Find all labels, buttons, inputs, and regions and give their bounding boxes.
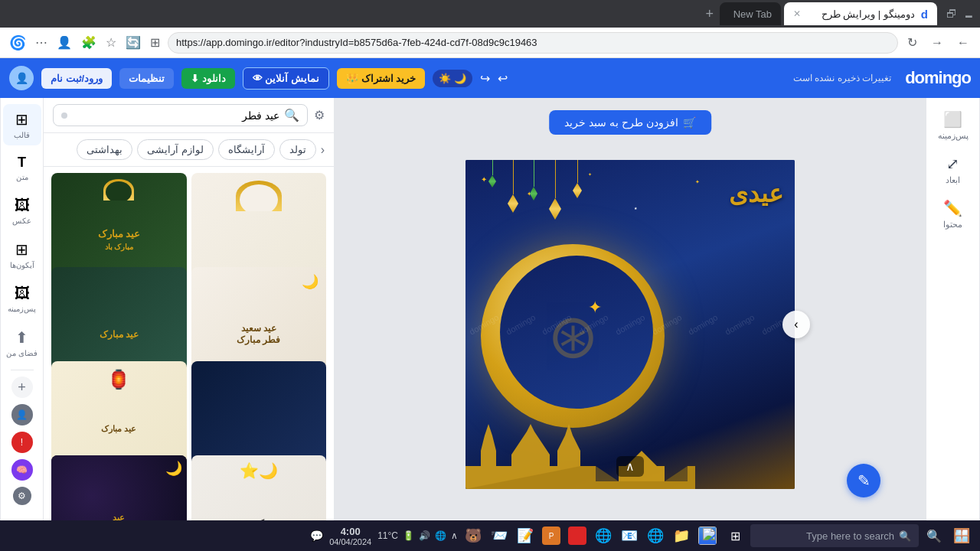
redo-icon[interactable]: ↪ — [480, 71, 490, 86]
app-container: domingo تغییرات ذخیره نشده است ↩ ↪ 🌙 ☀️ … — [0, 58, 980, 551]
edge-icon: 🌀 — [6, 31, 29, 54]
tab-close-button[interactable]: ✕ — [793, 8, 801, 19]
background-right-icon: 🖼 — [15, 285, 30, 302]
sidebar-tool-background[interactable]: 🖼 پس‌زمینه — [3, 279, 41, 319]
star-icon[interactable]: ☆ — [103, 32, 119, 53]
expand-canvas-button[interactable]: ∧ — [616, 456, 644, 477]
content-icon: ✏️ — [943, 199, 962, 217]
next-template-button[interactable]: › — [782, 311, 810, 338]
active-tab[interactable]: d دومینگو | ویرایش طرح ✕ — [784, 2, 937, 25]
taskbar-file-explorer[interactable]: 📁 — [669, 523, 694, 548]
subscribe-button[interactable]: خرید اشتراک 👑 — [337, 68, 425, 89]
app-header: domingo تغییرات ذخیره نشده است ↩ ↪ 🌙 ☀️ … — [0, 58, 980, 98]
sidebar-tool-icons[interactable]: ⊞ آیکون‌ها — [3, 234, 41, 276]
sidebar-tool-template[interactable]: ⊞ قالب — [3, 104, 41, 145]
taskbar-clock[interactable]: 4:00 04/04/2024 — [329, 526, 371, 546]
settings-button[interactable]: تنظیمات — [119, 68, 174, 89]
maximize-icon[interactable]: 🗗 — [946, 8, 957, 20]
category-salon[interactable]: آرایشگاه — [218, 139, 275, 160]
sidebar-tool-image[interactable]: 🖼 عکس — [3, 191, 41, 231]
taskbar-search-text: Type here to search — [806, 530, 894, 542]
background-right-label: پس‌زمینه — [8, 305, 36, 313]
volume-icon[interactable]: 🔊 — [419, 530, 430, 541]
category-health[interactable]: بهداشتی — [77, 139, 132, 160]
profile-icon[interactable]: 👤 — [54, 32, 75, 53]
right-settings-icon[interactable]: ⚙ — [13, 487, 31, 505]
right-user-icon[interactable]: 👤 — [11, 404, 33, 425]
background-icon: ⬜ — [943, 110, 962, 129]
templates-panel: ⚙ 🔍 ‹ تولد آرایشگاه لوازم آرایشی بهداشتی — [43, 98, 334, 551]
canvas-design: ✦ ✦ ✦ ★ ✦ — [466, 160, 795, 489]
new-tab-button[interactable]: + — [702, 3, 717, 25]
taskbar-mail[interactable]: 📧 — [617, 523, 642, 548]
template-label: قالب — [14, 131, 30, 139]
preview-button[interactable]: نمایش آنلاین 👁 — [243, 67, 329, 90]
arrow-up-icon[interactable]: ∧ — [451, 530, 458, 541]
sidebar-tool-myspace[interactable]: ⬆ فضای من — [3, 322, 41, 364]
search-icon: 🔍 — [284, 108, 299, 122]
tool-content[interactable]: ✏️ محتوا — [930, 193, 976, 236]
categories-back-button[interactable]: ‹ — [321, 143, 325, 157]
back-button[interactable]: ← — [952, 33, 974, 53]
minimize-icon[interactable]: 🗕 — [963, 8, 974, 20]
star-5: ✦ — [695, 179, 700, 185]
filter-icon[interactable]: ⚙ — [314, 108, 325, 122]
dark-mode-toggle[interactable]: 🌙 ☀️ — [433, 70, 472, 87]
network-icon[interactable]: 🌐 — [435, 530, 446, 541]
address-bar-row: ← → ↻ ⊞ 🔄 ☆ 🧩 👤 ⋯ 🌀 — [0, 28, 980, 58]
windows-start-button[interactable]: 🪟 — [949, 523, 974, 548]
taskbar: 🪟 🔍 🔍 Type here to search ⊞ 📁 🌐 📧 🌐 P 📝 … — [0, 520, 980, 551]
notification-badge[interactable]: ! — [11, 432, 33, 453]
mosque-silhouette — [466, 420, 795, 489]
user-avatar[interactable]: 👤 — [9, 66, 34, 90]
tab-label: دومینگو | ویرایش طرح — [822, 8, 915, 20]
download-button[interactable]: دانلود ⬇ — [181, 68, 235, 89]
taskbar-person-icon[interactable] — [695, 523, 720, 548]
category-birthday[interactable]: تولد — [279, 139, 316, 160]
undo-icon[interactable]: ↩ — [498, 71, 508, 86]
taskbar-red-app[interactable] — [565, 523, 590, 548]
refresh-icon-2[interactable]: 🔄 — [122, 32, 144, 53]
text-label: متن — [16, 173, 28, 181]
taskbar-chrome[interactable]: 🌐 — [591, 523, 616, 548]
login-button[interactable]: ورود/ثبت نام — [41, 68, 112, 89]
taskbar-telegram[interactable]: 📨 — [487, 523, 511, 548]
left-toolbar: ⬜ پس‌زمینه ⤢ ابعاد ✏️ محتوا — [926, 98, 980, 551]
battery-icon[interactable]: 🔋 — [403, 530, 414, 541]
image-icon: 🖼 — [15, 197, 30, 214]
taskbar-word[interactable]: 📝 — [513, 523, 537, 548]
tool-dimensions[interactable]: ⤢ ابعاد — [930, 148, 976, 191]
grid-icon[interactable]: ⊞ — [147, 32, 163, 53]
template-icon: ⊞ — [15, 110, 28, 129]
taskbar-bear-icon[interactable]: 🐻 — [461, 523, 485, 548]
ai-assistant-icon[interactable]: 🧠 — [11, 459, 33, 481]
add-element-button[interactable]: + — [11, 377, 33, 398]
system-tray: ∧ 🌐 🔊 🔋 11°C — [377, 530, 458, 541]
category-cosmetics[interactable]: لوازم آرایشی — [137, 139, 214, 160]
crescent-moon: ⊛ — [481, 244, 665, 428]
app-body: ⬜ پس‌زمینه ⤢ ابعاد ✏️ محتوا 🛒 افزودن طرح… — [0, 98, 980, 551]
extension-icon[interactable]: 🧩 — [78, 32, 100, 53]
star-3: ✦ — [588, 171, 592, 177]
taskbar-edge[interactable]: 🌐 — [643, 523, 668, 548]
taskbar-taskview[interactable]: ⊞ — [723, 523, 747, 548]
address-input[interactable] — [168, 32, 898, 54]
search-input[interactable] — [72, 109, 279, 122]
taskbar-search-box[interactable]: 🔍 Type here to search — [750, 524, 919, 547]
inactive-tab[interactable]: New Tab — [720, 2, 781, 25]
search-box[interactable]: 🔍 — [53, 104, 308, 126]
sidebar-tool-text[interactable]: T متن — [3, 148, 41, 187]
dimensions-label: ابعاد — [946, 175, 960, 185]
refresh-button[interactable]: ↻ — [903, 32, 922, 53]
more-icon[interactable]: ⋯ — [32, 32, 51, 53]
taskbar-search-button[interactable]: 🔍 — [922, 523, 946, 548]
tool-background[interactable]: ⬜ پس‌زمینه — [930, 104, 976, 147]
add-to-cart-button[interactable]: 🛒 افزودن طرح به سبد خرید — [549, 110, 711, 135]
notification-center-icon[interactable]: 💬 — [310, 530, 323, 542]
edit-floating-button[interactable]: ✎ — [847, 464, 880, 497]
icons-icon: ⊞ — [15, 240, 28, 259]
cart-icon: 🛒 — [683, 116, 696, 129]
templates-grid: عید مبارک 🛒 عید مبارکمبارک باد 🛒 — [44, 167, 334, 551]
forward-button[interactable]: → — [926, 33, 948, 53]
taskbar-pomodoro[interactable]: P — [539, 523, 564, 548]
